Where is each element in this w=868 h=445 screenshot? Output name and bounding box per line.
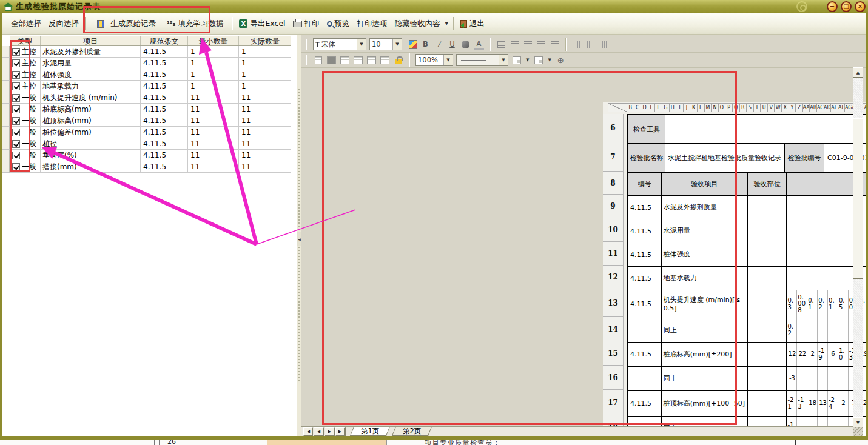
row-checkbox[interactable] <box>12 152 20 159</box>
sheet-column-header[interactable]: AA <box>803 103 810 112</box>
cell-part[interactable] <box>748 391 787 416</box>
sheet-column-header[interactable]: S <box>747 103 754 112</box>
record-value-cell[interactable] <box>797 367 807 390</box>
align-center-button[interactable] <box>523 39 533 50</box>
sheet-column-header[interactable]: F <box>655 103 662 112</box>
cell-batch-code-label[interactable]: 检验批编号 <box>785 144 824 172</box>
cell-part[interactable] <box>748 267 787 290</box>
nav-prev-button[interactable]: ◀ <box>314 427 324 436</box>
list-item[interactable]: 主控桩体强度4.11.511 <box>10 69 291 81</box>
row-checkbox[interactable] <box>12 140 20 148</box>
scroll-down-button[interactable]: ▼ <box>853 417 863 427</box>
list-item[interactable]: 主控地基承载力4.11.511 <box>10 81 291 92</box>
print-options-button[interactable]: 打印选项 <box>354 17 391 31</box>
sheet-row-header[interactable]: 14 <box>603 317 624 341</box>
generate-record-button[interactable]: 生成原始记录 <box>93 17 160 31</box>
sheet-column-header[interactable]: AC <box>817 103 824 112</box>
row-selector-cell[interactable] <box>2 161 10 173</box>
cell-item[interactable]: 水泥及外掺剂质量 <box>662 196 748 219</box>
row-checkbox[interactable] <box>12 71 20 79</box>
cell-part[interactable] <box>748 196 787 219</box>
italic-button[interactable]: / <box>434 39 444 50</box>
record-value-cell[interactable]: -21 <box>787 391 797 416</box>
sheet-column-header[interactable]: M <box>705 103 712 112</box>
sheet-row-header[interactable]: 12 <box>603 266 624 289</box>
sheet-row-header[interactable]: 6 <box>603 114 624 142</box>
cell-code[interactable]: 4.11.5 <box>628 391 662 416</box>
sheet-column-header[interactable]: J <box>684 103 691 112</box>
cell-code[interactable] <box>628 318 662 342</box>
cell-part[interactable] <box>748 243 787 266</box>
select-all-button[interactable]: 全部选择 <box>7 17 45 31</box>
font-dialog-icon[interactable] <box>409 40 417 49</box>
cell-item[interactable]: 地基承载力 <box>662 267 748 290</box>
row-checkbox[interactable] <box>12 117 20 125</box>
sheet-tab-page1[interactable]: 第1页 <box>350 427 390 436</box>
minimize-button[interactable]: − <box>827 1 838 12</box>
cell-check-tool-value[interactable] <box>665 115 868 143</box>
record-value-cell[interactable] <box>818 318 828 342</box>
merge-across-button[interactable] <box>340 55 350 65</box>
record-value-cell[interactable]: 2 <box>807 343 818 366</box>
preview-button[interactable]: 预览 <box>323 17 354 31</box>
cell-item[interactable]: 机头提升速度 (m/min)[≤0.5] <box>662 290 748 318</box>
sheet-column-header[interactable]: G <box>662 103 670 112</box>
record-value-cell[interactable]: 1.0 <box>838 343 849 366</box>
cell-code[interactable]: 4.11.5 <box>628 267 662 290</box>
chevron-down-icon[interactable]: ▼ <box>357 39 366 50</box>
merge-special-button[interactable] <box>380 55 390 65</box>
row-selector-cell[interactable] <box>2 127 10 138</box>
cell-item[interactable]: 桩底标高(mm)[±200] <box>662 343 748 366</box>
font-select[interactable]: T 宋体 ▼ <box>313 38 366 50</box>
record-value-cell[interactable] <box>818 367 828 390</box>
chevron-down-icon[interactable]: ▼ <box>499 55 508 65</box>
chevron-down-icon[interactable]: ▼ <box>392 39 402 50</box>
list-item[interactable]: 主控水泥用量4.11.511 <box>10 58 291 69</box>
nav-first-button[interactable]: ◀ <box>303 427 313 436</box>
sheet-column-header[interactable]: V <box>768 103 775 112</box>
sheet-row-header[interactable]: 13 <box>603 289 624 317</box>
list-item[interactable]: 一般桩顶标高(mm)4.11.51111 <box>10 115 291 127</box>
row-selector-cell[interactable] <box>2 92 10 104</box>
row-selector-cell[interactable] <box>2 81 10 92</box>
row-checkbox[interactable] <box>12 163 20 171</box>
sheet-column-header[interactable]: Q <box>733 103 740 112</box>
invert-select-button[interactable]: 反向选择 <box>45 17 82 31</box>
underline-button[interactable]: U <box>447 39 457 50</box>
sheet-column-header[interactable]: D <box>641 103 648 112</box>
vertical-scrollbar[interactable]: ▲ ▼ <box>853 67 863 427</box>
sheet-row-header[interactable]: 16 <box>603 366 624 390</box>
sheet-tab-page2[interactable]: 第2页 <box>392 427 432 436</box>
sheet-corner-selector[interactable] <box>608 103 627 112</box>
row-selector-cell[interactable] <box>2 150 10 161</box>
record-value-cell[interactable] <box>807 318 818 342</box>
cell-batch-name-value[interactable]: 水泥土搅拌桩地基检验批质量验收记录 <box>665 144 785 172</box>
sheet-column-header[interactable]: AF <box>838 103 846 112</box>
sheet-column-header[interactable]: L <box>698 103 705 112</box>
record-value-cell[interactable]: 22 <box>797 343 807 366</box>
record-value-cell[interactable] <box>797 318 807 342</box>
list-item[interactable]: 一般桩位偏差(mm)4.11.51111 <box>10 127 291 138</box>
cell-check-tool-label[interactable]: 检查工具 <box>628 115 665 143</box>
vertical-text-right-button[interactable] <box>599 39 609 50</box>
toolbar-handle[interactable] <box>306 39 308 50</box>
cell-batch-name-label[interactable]: 检验批名称 <box>628 144 665 172</box>
record-value-cell[interactable]: 2 <box>838 391 849 416</box>
merge-cells-button[interactable] <box>326 55 337 65</box>
cell-code[interactable]: 4.11.5 <box>628 243 662 266</box>
cell-code[interactable]: 4.11.5 <box>628 219 662 243</box>
list-item[interactable]: 一般垂直度(%)4.11.51111 <box>10 150 291 161</box>
sheet-column-header[interactable]: Y <box>789 103 796 112</box>
cell-item[interactable]: 水泥用量 <box>662 219 748 243</box>
sheet-column-header[interactable]: Z <box>796 103 803 112</box>
scroll-up-button[interactable]: ▲ <box>853 67 863 78</box>
row-checkbox[interactable] <box>12 105 20 113</box>
record-value-cell[interactable]: 18 <box>807 391 818 416</box>
sheet-column-header[interactable]: I <box>676 103 684 112</box>
cell-item[interactable]: 桩体强度 <box>662 243 748 266</box>
chevron-down-icon[interactable]: ▼ <box>547 58 552 62</box>
row-checkbox[interactable] <box>12 94 20 102</box>
cell-item[interactable]: 桩顶标高(mm)[+100 -50] <box>662 391 748 416</box>
row-selector-cell[interactable] <box>2 69 10 81</box>
align-justify-button[interactable] <box>496 39 506 50</box>
